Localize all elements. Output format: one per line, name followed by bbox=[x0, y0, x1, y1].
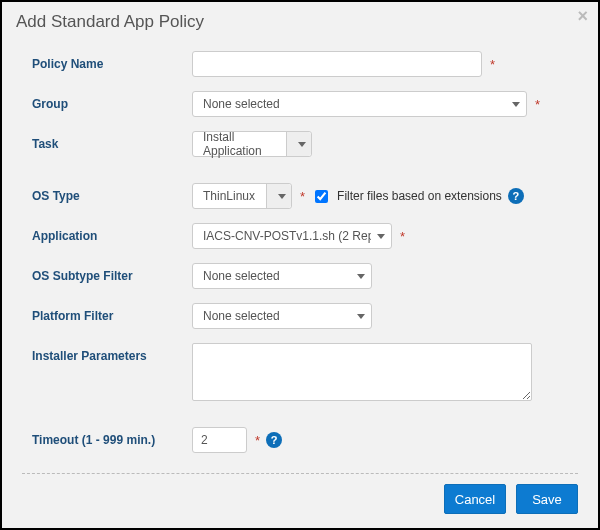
label-task: Task bbox=[32, 131, 192, 151]
modal-title: Add Standard App Policy bbox=[16, 12, 204, 31]
modal-header: Add Standard App Policy bbox=[2, 2, 598, 40]
policy-name-input[interactable] bbox=[192, 51, 482, 77]
filter-files-label: Filter files based on extensions bbox=[337, 189, 502, 203]
required-marker: * bbox=[400, 229, 405, 244]
required-marker: * bbox=[255, 433, 260, 448]
required-marker: * bbox=[300, 189, 305, 204]
modal-footer: Cancel Save bbox=[2, 474, 598, 528]
help-icon[interactable]: ? bbox=[266, 432, 282, 448]
close-icon[interactable]: × bbox=[577, 6, 588, 27]
row-policy-name: Policy Name * bbox=[32, 44, 578, 84]
row-allow-delay: Allow delay of policy execution ? bbox=[32, 460, 578, 467]
application-value: IACS-CNV-POSTv1.1.sh (2 Reposi bbox=[203, 229, 371, 243]
group-select[interactable]: None selected bbox=[192, 91, 527, 117]
row-installer-params: Installer Parameters bbox=[32, 336, 578, 408]
task-select[interactable]: Install Application bbox=[192, 131, 312, 157]
label-group: Group bbox=[32, 91, 192, 111]
label-policy-name: Policy Name bbox=[32, 51, 192, 71]
os-subtype-select[interactable]: None selected bbox=[192, 263, 372, 289]
label-installer-params: Installer Parameters bbox=[32, 343, 192, 363]
row-task: Task Install Application bbox=[32, 124, 578, 164]
chevron-down-icon bbox=[357, 274, 365, 279]
chevron-down-icon bbox=[377, 234, 385, 239]
os-subtype-value: None selected bbox=[203, 269, 280, 283]
required-marker: * bbox=[490, 57, 495, 72]
chevron-down-icon bbox=[512, 102, 520, 107]
label-timeout: Timeout (1 - 999 min.) bbox=[32, 427, 192, 447]
label-os-type: OS Type bbox=[32, 183, 192, 203]
modal-body: Policy Name * Group None selected * Task bbox=[2, 40, 598, 467]
row-application: Application IACS-CNV-POSTv1.1.sh (2 Repo… bbox=[32, 216, 578, 256]
chevron-down-icon bbox=[298, 142, 306, 147]
application-select[interactable]: IACS-CNV-POSTv1.1.sh (2 Reposi bbox=[192, 223, 392, 249]
platform-value: None selected bbox=[203, 309, 280, 323]
chevron-down-icon bbox=[357, 314, 365, 319]
group-select-value: None selected bbox=[203, 97, 280, 111]
os-type-select[interactable]: ThinLinux bbox=[192, 183, 292, 209]
cancel-button[interactable]: Cancel bbox=[444, 484, 506, 514]
task-select-value: Install Application bbox=[203, 130, 286, 158]
row-timeout: Timeout (1 - 999 min.) * ? bbox=[32, 420, 578, 460]
label-os-subtype: OS Subtype Filter bbox=[32, 263, 192, 283]
add-standard-app-policy-modal: × Add Standard App Policy Policy Name * … bbox=[0, 0, 600, 530]
help-icon[interactable]: ? bbox=[508, 188, 524, 204]
label-platform: Platform Filter bbox=[32, 303, 192, 323]
filter-files-checkbox[interactable] bbox=[315, 190, 328, 203]
row-group: Group None selected * bbox=[32, 84, 578, 124]
chevron-down-icon bbox=[278, 194, 286, 199]
row-platform: Platform Filter None selected bbox=[32, 296, 578, 336]
platform-select[interactable]: None selected bbox=[192, 303, 372, 329]
label-application: Application bbox=[32, 223, 192, 243]
required-marker: * bbox=[535, 97, 540, 112]
row-os-subtype: OS Subtype Filter None selected bbox=[32, 256, 578, 296]
timeout-input[interactable] bbox=[192, 427, 247, 453]
os-type-value: ThinLinux bbox=[203, 189, 255, 203]
save-button[interactable]: Save bbox=[516, 484, 578, 514]
row-os-type: OS Type ThinLinux * Filter files based o… bbox=[32, 176, 578, 216]
installer-params-textarea[interactable] bbox=[192, 343, 532, 401]
